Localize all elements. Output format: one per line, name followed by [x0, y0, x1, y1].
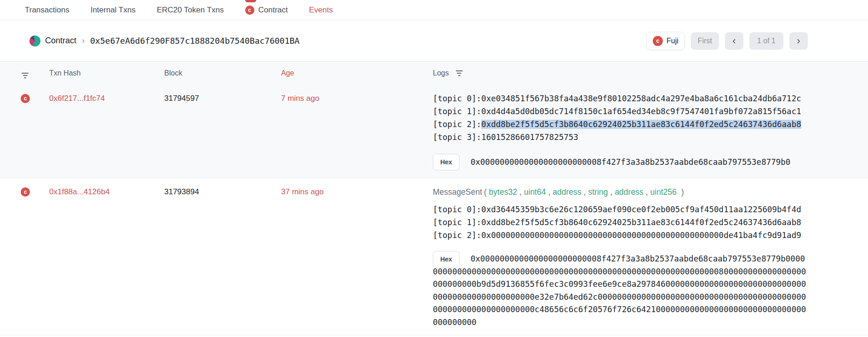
topic-line: [topic 3]:16015286601757825753	[433, 131, 808, 144]
tab-contract[interactable]: c Contract	[245, 6, 288, 15]
first-page-button[interactable]: First	[691, 32, 719, 50]
breadcrumb-separator: ›	[82, 36, 85, 46]
table-header: Txn Hash Block Age Logs	[0, 62, 868, 85]
tab-transactions[interactable]: Transactions	[25, 6, 69, 15]
header-txn-hash: Txn Hash	[49, 69, 164, 77]
fuji-c-badge-icon: c	[653, 36, 663, 46]
hex-toggle-button[interactable]: Hex	[433, 251, 460, 267]
topic-line: [topic 0]:0xd36445359b3c6e26c120659aef09…	[433, 203, 808, 216]
event-data-hex: 0x0000000000000000000000008f427f3a3a8b25…	[471, 157, 790, 167]
contract-header-bar: Contract › 0x5e67eA6d6f290F857c1888204b7…	[0, 20, 868, 62]
topic-line: [topic 1]:0xdd8be2f5f5d5cf3b8640c6292402…	[433, 216, 808, 229]
tab-erc20-token-txns[interactable]: ERC20 Token Txns	[157, 6, 224, 15]
filter-icon[interactable]	[21, 72, 29, 79]
pagination-controls: c Fuji First ‹ 1 of 1 ›	[646, 32, 808, 50]
network-label: Fuji	[667, 37, 678, 45]
row-c-badge-icon: c	[21, 187, 30, 197]
tab-events[interactable]: Events	[309, 6, 333, 15]
header-age[interactable]: Age	[281, 69, 433, 77]
cutoff-red-badge	[245, 0, 256, 2]
block-number: 31794597	[164, 92, 281, 105]
age-value: 7 mins ago	[281, 92, 433, 105]
event-signature: MessageSent(bytes32,uint64,address,strin…	[433, 186, 808, 198]
prev-page-button[interactable]: ‹	[725, 32, 743, 50]
tab-contract-label: Contract	[259, 6, 288, 15]
logs-filter-icon[interactable]	[455, 70, 464, 77]
events-page: Transactions Internal Txns ERC20 Token T…	[0, 0, 868, 337]
breadcrumb: Contract › 0x5e67eA6d6f290F857c1888204b7…	[29, 35, 299, 46]
highlighted-topic-value: 0xdd8be2f5f5d5cf3b8640c62924025b311ae83c…	[481, 120, 801, 129]
topic-line: [topic 2]:0x0000000000000000000000000000…	[433, 229, 808, 242]
header-logs: Logs	[433, 69, 449, 77]
txn-hash-link[interactable]: 0x6f217...f1fc74	[49, 92, 164, 105]
topic-line: [topic 2]:0xdd8be2f5f5d5cf3b8640c6292402…	[433, 118, 808, 131]
tab-internal-txns[interactable]: Internal Txns	[91, 6, 136, 15]
chevron-right-icon: ›	[797, 36, 800, 46]
contract-identicon	[29, 35, 40, 46]
header-block: Block	[164, 69, 281, 77]
contract-c-badge-icon: c	[245, 6, 254, 15]
breadcrumb-label: Contract	[45, 36, 76, 46]
event-row: c 0x1f88a...4126b4 31793894 37 mins ago …	[0, 178, 868, 335]
event-data-block: Hex0x0000000000000000000000008f427f3a3a8…	[433, 253, 808, 329]
event-data-block: Hex0x0000000000000000000000008f427f3a3a8…	[433, 156, 808, 168]
event-data-hex: 0x0000000000000000000000008f427f3a3a8b25…	[433, 254, 806, 327]
txn-hash-link[interactable]: 0x1f88a...4126b4	[49, 184, 164, 198]
chevron-left-icon: ‹	[732, 36, 736, 46]
event-row: c 0x6f217...f1fc74 31794597 7 mins ago […	[0, 85, 868, 178]
topic-line: [topic 0]:0xe034851f567b38fa4a438e9f8010…	[433, 92, 808, 105]
block-number: 31793894	[164, 184, 281, 198]
next-page-button[interactable]: ›	[789, 32, 808, 50]
page-indicator[interactable]: 1 of 1	[749, 32, 783, 50]
tab-bar: Transactions Internal Txns ERC20 Token T…	[0, 0, 868, 20]
row-c-badge-icon: c	[21, 94, 30, 103]
contract-address: 0x5e67eA6d6f290F857c1888204b7540Bac76001…	[90, 36, 299, 46]
topic-line: [topic 1]:0xd4d4a5d0db05dc714f8150c1af65…	[433, 105, 808, 118]
age-value: 37 mins ago	[281, 184, 433, 198]
network-badge-fuji[interactable]: c Fuji	[646, 32, 685, 50]
hex-toggle-button[interactable]: Hex	[433, 154, 460, 170]
